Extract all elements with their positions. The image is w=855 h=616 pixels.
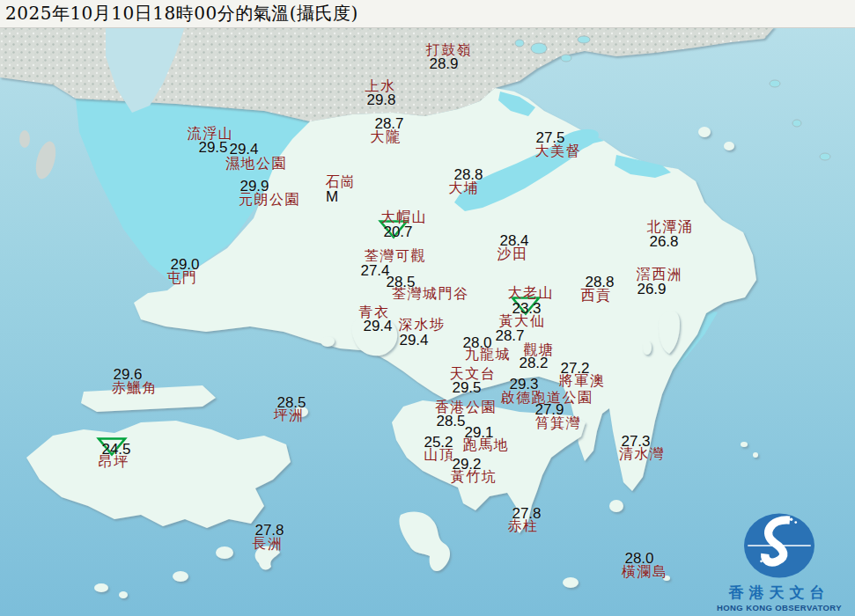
hko-logo-english: HONG KONG OBSERVATORY — [705, 603, 853, 612]
station-temp-value: 27.2 — [560, 360, 589, 378]
station-temp-value: 29.9 — [240, 178, 269, 195]
hko-logo-chinese: 香港天文台 — [705, 583, 853, 603]
station-temp-value: M — [326, 188, 338, 206]
station-temp-value: 29.4 — [229, 141, 258, 158]
page-title: 2025年10月10日18時00分的氣溫(攝氏度) — [0, 2, 358, 26]
station-temp-value: 28.7 — [495, 327, 524, 345]
station-temp-value: 29.8 — [366, 92, 395, 109]
station-temp-value: 24.5 — [101, 441, 130, 458]
station-temp-value: 29.1 — [464, 424, 493, 442]
station-temp-value: 26.8 — [649, 233, 678, 251]
station-temp-value: 28.9 — [429, 55, 458, 73]
station-temp-value: 28.4 — [499, 232, 528, 250]
station-temp-value: 27.5 — [535, 129, 564, 147]
station-temp-value: 27.8 — [512, 505, 541, 523]
station-temp-value: 28.5 — [386, 274, 415, 291]
station-temp-value: 28.7 — [374, 115, 403, 133]
station-temp-value: 29.5 — [452, 379, 481, 397]
hko-emblem-icon — [741, 510, 817, 581]
hko-logo: 香港天文台 HONG KONG OBSERVATORY — [705, 510, 853, 612]
temperature-map: 2025年10月10日18時00分的氣溫(攝氏度) 打鼓嶺28.9上水29.8大… — [0, 0, 855, 616]
station-temp-value: 28.8 — [585, 274, 614, 291]
station-temp-value: 26.9 — [637, 281, 666, 298]
station-temp-value: 28.0 — [462, 334, 491, 352]
station-temp-value: 28.5 — [436, 413, 465, 430]
station-temp-value: 29.5 — [198, 139, 227, 157]
station-temp-value: 28.5 — [276, 394, 306, 412]
title-bar: 2025年10月10日18時00分的氣溫(攝氏度) — [0, 0, 855, 28]
station-temp-value: 28.0 — [624, 550, 653, 568]
station-temp-value: 29.2 — [452, 456, 481, 473]
station-temp-value: 27.9 — [534, 401, 564, 419]
station-temp-value: 28.8 — [453, 166, 483, 184]
station-temp-value: 25.2 — [424, 434, 453, 451]
station-temp-value: 27.8 — [254, 522, 284, 539]
station-temp-value: 29.4 — [399, 332, 428, 349]
station-temp-value: 29.0 — [170, 256, 199, 274]
station-temp-value: 27.3 — [621, 433, 650, 451]
station-temp-value: 29.3 — [509, 376, 538, 393]
station-temp-value: 20.7 — [383, 224, 412, 241]
station-temp-value: 29.6 — [113, 366, 142, 384]
station-temp-value: 29.4 — [363, 318, 392, 335]
station-temp-value: 28.2 — [519, 355, 548, 372]
